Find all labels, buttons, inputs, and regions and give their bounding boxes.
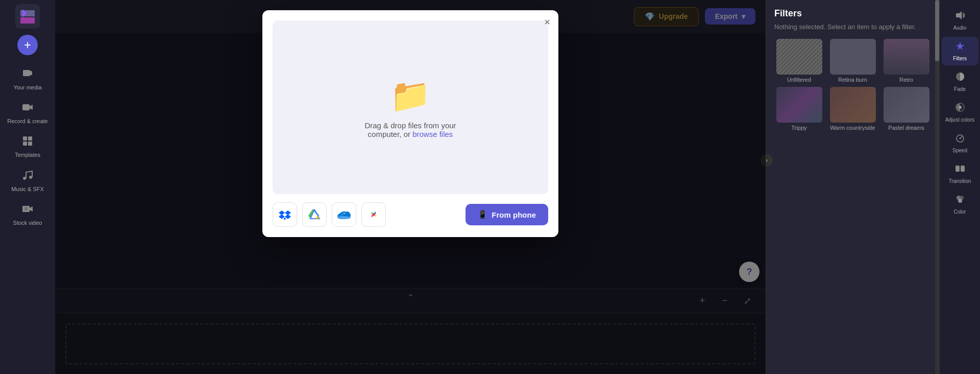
filter-thumb-unfiltered: [776, 39, 822, 75]
svg-marker-7: [30, 105, 33, 110]
filter-label-warm-countryside: Warm countryside: [830, 125, 875, 131]
svg-point-25: [337, 216, 351, 219]
svg-rect-8: [23, 136, 27, 141]
right-tool-speed[interactable]: Speed: [942, 129, 978, 157]
filters-subtitle: Nothing selected. Select an item to appl…: [774, 23, 931, 31]
svg-rect-14: [22, 206, 30, 212]
scrollbar-thumb[interactable]: [935, 0, 939, 61]
svg-rect-11: [28, 142, 32, 146]
pinwheel-button[interactable]: [361, 202, 386, 227]
svg-rect-9: [28, 136, 32, 141]
google-drive-button[interactable]: [302, 202, 327, 227]
record-create-icon: [21, 101, 34, 116]
dropbox-button[interactable]: [273, 202, 297, 227]
color-icon: [955, 194, 965, 207]
svg-rect-10: [23, 142, 27, 146]
filter-retro[interactable]: Retro: [881, 39, 931, 83]
filter-thumb-trippy: [776, 87, 822, 123]
filter-pastel-dreams[interactable]: Pastel dreams: [881, 87, 931, 131]
filters-tool-icon: [955, 41, 965, 54]
right-tool-audio[interactable]: Audio: [942, 6, 978, 35]
filter-thumb-pastel-dreams: [884, 87, 929, 123]
filter-label-unfiltered: Unfiltered: [787, 77, 811, 83]
filter-label-pastel-dreams: Pastel dreams: [888, 125, 924, 131]
templates-icon: [21, 135, 34, 150]
right-tools: Audio Filters Fade Adjust colors: [939, 0, 980, 374]
sidebar-item-your-media-label: Your media: [13, 84, 41, 91]
svg-marker-17: [30, 206, 33, 212]
svg-point-13: [29, 176, 32, 179]
new-project-button[interactable]: +: [17, 35, 38, 55]
sidebar-item-record-create-label: Record & create: [7, 118, 47, 125]
music-sfx-icon: [21, 169, 34, 184]
filter-trippy[interactable]: Trippy: [774, 87, 824, 131]
left-sidebar: + Your media Record & create: [0, 0, 55, 374]
right-tool-audio-label: Audio: [953, 25, 967, 31]
transition-icon: [955, 163, 965, 176]
your-media-icon: [21, 67, 34, 82]
filter-warm-countryside[interactable]: Warm countryside: [828, 87, 877, 131]
upload-modal: × 📁 Drag & drop files from yourcomputer,…: [262, 10, 558, 237]
filters-panel: Filters Nothing selected. Select an item…: [766, 0, 939, 374]
from-phone-label: From phone: [492, 211, 536, 219]
svg-point-37: [958, 199, 962, 203]
adjust-colors-icon: [955, 102, 965, 115]
svg-point-32: [959, 138, 961, 139]
filter-thumb-retro: [884, 39, 929, 75]
svg-rect-6: [22, 104, 30, 110]
audio-icon: [955, 10, 965, 23]
filter-retina-burn[interactable]: Retina burn: [828, 39, 877, 83]
browse-files-link[interactable]: browse files: [412, 130, 453, 138]
sidebar-item-templates[interactable]: Templates: [5, 131, 51, 162]
upload-modal-overlay[interactable]: × 📁 Drag & drop files from yourcomputer,…: [55, 0, 766, 374]
right-tool-fade-label: Fade: [954, 86, 966, 92]
app-logo[interactable]: [15, 4, 40, 29]
filter-label-retina-burn: Retina burn: [838, 77, 867, 83]
svg-marker-2: [20, 17, 35, 24]
right-tool-adjust-colors[interactable]: Adjust colors: [942, 98, 978, 127]
sidebar-item-stock-video[interactable]: Stock video: [5, 199, 51, 230]
onedrive-button[interactable]: [332, 202, 356, 227]
plus-icon: +: [24, 39, 31, 51]
right-tool-filters-label: Filters: [953, 56, 967, 61]
filters-title: Filters: [774, 8, 931, 19]
svg-marker-27: [956, 11, 962, 19]
modal-close-button[interactable]: ×: [544, 16, 550, 28]
sidebar-item-record-create[interactable]: Record & create: [5, 97, 51, 129]
right-tool-adjust-colors-label: Adjust colors: [945, 117, 974, 123]
svg-rect-5: [30, 71, 32, 75]
svg-rect-33: [955, 166, 960, 172]
right-tool-color-label: Color: [954, 209, 966, 215]
filters-grid: Unfiltered Retina burn Retro Trippy Warm…: [774, 39, 931, 131]
fade-icon: [955, 72, 965, 84]
sidebar-item-music-sfx-label: Music & SFX: [11, 186, 44, 193]
drop-zone[interactable]: 📁 Drag & drop files from yourcomputer, o…: [273, 20, 548, 194]
right-tool-transition[interactable]: Transition: [942, 159, 978, 188]
sidebar-item-music-sfx[interactable]: Music & SFX: [5, 165, 51, 197]
stock-video-icon: [21, 203, 34, 218]
right-tool-transition-label: Transition: [949, 178, 971, 184]
from-phone-button[interactable]: 📱 From phone: [465, 204, 548, 225]
cloud-icons: [273, 202, 459, 227]
sidebar-item-your-media[interactable]: Your media: [5, 63, 51, 95]
sidebar-item-stock-video-label: Stock video: [13, 220, 42, 226]
right-tool-fade[interactable]: Fade: [942, 67, 978, 96]
svg-rect-34: [961, 166, 965, 172]
svg-rect-4: [23, 70, 30, 76]
drop-text: Drag & drop files from yourcomputer, or …: [364, 121, 456, 138]
modal-bottom: 📱 From phone: [273, 202, 548, 227]
folder-icon: 📁: [390, 77, 431, 115]
right-tool-color[interactable]: Color: [942, 190, 978, 219]
svg-point-30: [959, 106, 962, 109]
speed-icon: [955, 133, 965, 146]
filter-label-retro: Retro: [899, 77, 913, 83]
sidebar-item-templates-label: Templates: [15, 152, 40, 158]
right-tool-filters[interactable]: Filters: [942, 37, 978, 65]
filter-label-trippy: Trippy: [791, 125, 806, 131]
scrollbar-track: [935, 0, 939, 374]
svg-point-18: [284, 218, 286, 220]
filter-thumb-retina-burn: [830, 39, 876, 75]
filter-thumb-warm-countryside: [830, 87, 876, 123]
right-tool-speed-label: Speed: [952, 148, 967, 153]
filter-unfiltered[interactable]: Unfiltered: [774, 39, 824, 83]
